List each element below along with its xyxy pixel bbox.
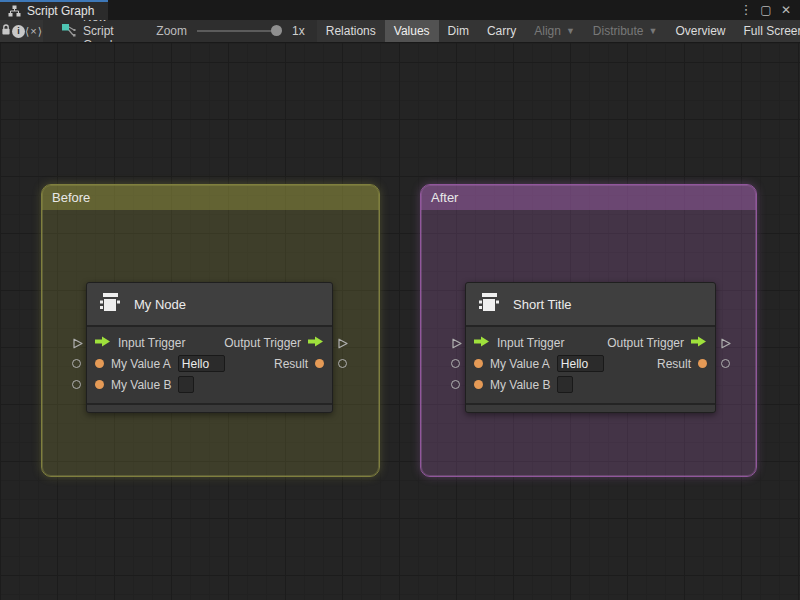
value-input-field[interactable] — [557, 376, 573, 393]
zoom-label: Zoom — [156, 24, 187, 38]
external-value-output-port[interactable] — [721, 359, 730, 368]
node-body: Input Trigger Output Trigger My Value A — [87, 327, 332, 403]
node-footer — [466, 403, 715, 412]
node-title: Short Title — [513, 297, 572, 312]
node-header[interactable]: Short Title — [466, 283, 715, 327]
zoom-slider-track — [197, 30, 282, 32]
group-label: Before — [52, 190, 90, 205]
value-input-field[interactable] — [557, 355, 604, 372]
flow-arrow-icon[interactable] — [691, 336, 707, 350]
group-before-header[interactable]: Before — [42, 185, 379, 210]
external-value-input-port[interactable] — [451, 380, 460, 389]
external-flow-output-port[interactable] — [719, 336, 732, 354]
toolbar-button-values[interactable]: Values — [385, 20, 439, 42]
window-menu-icon[interactable]: ⋮ — [738, 0, 754, 20]
value-input-field[interactable] — [178, 376, 194, 393]
value-port-icon[interactable] — [95, 380, 104, 389]
external-flow-input-port[interactable] — [71, 336, 84, 354]
node-short-title-wrap: Short Title Input Trigger Output Trigger — [449, 282, 732, 413]
toolbar-button-relations[interactable]: Relations — [317, 20, 385, 42]
port-label: Output Trigger — [607, 336, 684, 350]
caret-down-icon: ▼ — [649, 26, 658, 36]
value-port-icon[interactable] — [95, 359, 104, 368]
port-label: My Value A — [111, 357, 171, 371]
new-script-graph-label: New Script Graph — [83, 20, 116, 43]
group-after-header[interactable]: After — [421, 185, 756, 210]
toolbar-button-dim[interactable]: Dim — [439, 20, 478, 42]
lock-button[interactable] — [0, 20, 12, 42]
window-controls: ⋮ ▢ ✕ — [738, 0, 800, 20]
toolbar-button-fullscreen[interactable]: Full Screen — [734, 20, 800, 42]
flow-arrow-icon[interactable] — [308, 336, 324, 350]
toolbar-button-align: Align ▼ — [525, 20, 584, 42]
maximize-icon[interactable]: ▢ — [758, 0, 774, 20]
value-port-icon[interactable] — [474, 359, 483, 368]
external-value-input-port[interactable] — [72, 380, 81, 389]
code-icon: ⟨×⟩ — [25, 25, 43, 38]
port-label: My Value B — [111, 378, 171, 392]
value-input-field[interactable] — [178, 355, 225, 372]
new-script-graph-button[interactable]: New Script Graph — [43, 20, 130, 42]
unit-icon — [98, 290, 123, 319]
toolbar-button-carry[interactable]: Carry — [478, 20, 525, 42]
node-footer — [87, 403, 332, 412]
external-value-input-port[interactable] — [72, 359, 81, 368]
tab-bar: Script Graph ⋮ ▢ ✕ — [0, 0, 800, 20]
port-label: My Value A — [490, 357, 550, 371]
graph-canvas[interactable]: Before After — [0, 43, 800, 600]
tab-label: Script Graph — [27, 4, 94, 18]
lock-icon — [0, 23, 12, 39]
group-label: After — [431, 190, 458, 205]
external-flow-output-port[interactable] — [336, 336, 349, 354]
external-flow-input-port[interactable] — [450, 336, 463, 354]
unit-node-short-title[interactable]: Short Title Input Trigger Output Trigger — [465, 282, 716, 413]
node-body: Input Trigger Output Trigger My Value A — [466, 327, 715, 403]
info-button[interactable]: i — [12, 20, 25, 42]
flow-arrow-icon[interactable] — [95, 336, 111, 350]
graph-asset-icon — [61, 23, 76, 40]
value-port-icon[interactable] — [315, 359, 324, 368]
code-preview-button[interactable]: ⟨×⟩ — [25, 20, 43, 42]
zoom-control: Zoom 1x — [130, 20, 316, 42]
zoom-slider[interactable] — [197, 25, 282, 37]
zoom-value: 1x — [292, 24, 305, 38]
unity-graph-window: Script Graph ⋮ ▢ ✕ i ⟨×⟩ — [0, 0, 800, 600]
value-port-icon[interactable] — [698, 359, 707, 368]
external-value-output-port[interactable] — [338, 359, 347, 368]
close-icon[interactable]: ✕ — [778, 0, 794, 20]
toolbar-button-distribute: Distribute ▼ — [584, 20, 667, 42]
graph-toolbar: i ⟨×⟩ New Script Graph Zoom — [0, 20, 800, 43]
info-icon: i — [12, 25, 25, 38]
external-value-input-port[interactable] — [451, 359, 460, 368]
port-label: Result — [657, 357, 691, 371]
caret-down-icon: ▼ — [566, 26, 575, 36]
node-my-node-wrap: My Node Input Trigger Output Trigger — [70, 282, 349, 413]
value-port-icon[interactable] — [474, 380, 483, 389]
graph-hierarchy-icon — [8, 5, 21, 17]
unit-node-my-node[interactable]: My Node Input Trigger Output Trigger — [86, 282, 333, 413]
zoom-slider-handle[interactable] — [271, 25, 282, 36]
port-label: Input Trigger — [497, 336, 564, 350]
node-title: My Node — [134, 297, 186, 312]
unit-icon — [477, 290, 502, 319]
tab-script-graph[interactable]: Script Graph — [0, 0, 108, 20]
toolbar-button-overview[interactable]: Overview — [666, 20, 734, 42]
port-label: Result — [274, 357, 308, 371]
port-label: Output Trigger — [224, 336, 301, 350]
node-header[interactable]: My Node — [87, 283, 332, 327]
port-label: My Value B — [490, 378, 550, 392]
flow-arrow-icon[interactable] — [474, 336, 490, 350]
port-label: Input Trigger — [118, 336, 185, 350]
